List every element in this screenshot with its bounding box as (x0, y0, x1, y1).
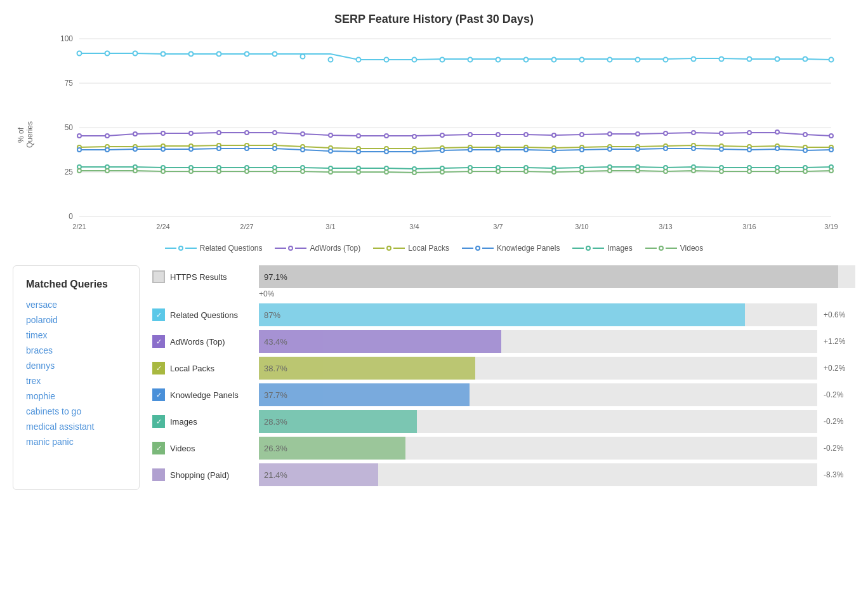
feature-row-related-questions: ✓Related Questions87%+0.6% (152, 303, 855, 326)
change-label-knowledge-panels: -0.2% (824, 390, 855, 399)
svg-point-185 (775, 169, 779, 173)
feature-name-local-packs: Local Packs (170, 364, 259, 373)
legend-label-videos: Videos (680, 244, 703, 253)
https-change: +0% (259, 289, 855, 298)
svg-point-47 (829, 58, 834, 62)
change-label-local-packs: +0.2% (824, 364, 855, 373)
svg-point-187 (829, 169, 833, 173)
bar-fill-adwords-top: 43.4% (259, 330, 501, 353)
main-chart-svg: 100 75 50 25 0 2/21 2/24 2/27 3/1 3/4 3/… (44, 32, 838, 235)
query-link-9[interactable]: manic panic (26, 437, 126, 447)
query-link-3[interactable]: braces (26, 345, 126, 355)
svg-text:3/13: 3/13 (659, 223, 672, 230)
svg-point-63 (496, 133, 500, 136)
query-link-2[interactable]: timex (26, 330, 126, 340)
svg-point-66 (580, 133, 584, 136)
svg-point-126 (692, 147, 695, 150)
svg-point-119 (496, 148, 500, 152)
svg-point-179 (608, 169, 612, 173)
svg-point-51 (161, 131, 165, 135)
svg-point-57 (329, 133, 332, 137)
svg-point-186 (803, 169, 807, 173)
svg-point-22 (133, 51, 138, 56)
query-link-6[interactable]: mophie (26, 391, 126, 401)
feature-name-videos: Videos (170, 444, 259, 453)
svg-point-184 (747, 169, 751, 173)
svg-point-183 (720, 169, 723, 173)
svg-point-20 (77, 51, 82, 56)
svg-point-48 (77, 134, 81, 138)
checkbox-local-packs[interactable]: ✓ (152, 362, 165, 374)
bar-container-related-questions: 87% (259, 303, 817, 326)
svg-point-165 (217, 169, 221, 173)
legend-label-related-questions: Related Questions (200, 244, 263, 253)
svg-point-131 (829, 148, 833, 152)
svg-point-39 (608, 58, 612, 62)
svg-point-60 (412, 135, 416, 138)
svg-point-24 (189, 52, 194, 56)
svg-point-38 (580, 58, 584, 62)
bar-percent-knowledge-panels: 37.7% (264, 390, 287, 400)
feature-row-https: HTTPS Results 97.1% (152, 265, 855, 288)
svg-point-52 (189, 131, 193, 135)
bottom-section: Matched Queries versacepolaroidtimexbrac… (13, 265, 855, 490)
change-label-related-questions: +0.6% (824, 310, 855, 319)
feature-row-knowledge-panels: ✓Knowledge Panels37.7%-0.2% (152, 383, 855, 406)
svg-point-162 (133, 169, 137, 173)
svg-text:3/4: 3/4 (409, 223, 419, 230)
bar-fill-local-packs: 38.7% (259, 357, 475, 380)
feature-name-shopping-paid: Shopping (Paid) (170, 470, 259, 480)
bar-fill-images: 28.3% (259, 410, 417, 433)
feature-row-adwords-top: ✓AdWords (Top)43.4%+1.2% (152, 330, 855, 353)
svg-point-124 (636, 147, 640, 151)
svg-point-181 (664, 169, 667, 173)
query-link-0[interactable]: versace (26, 300, 126, 310)
https-bar-container: 97.1% (259, 265, 855, 288)
bar-container-knowledge-panels: 37.7% (259, 383, 817, 406)
query-link-7[interactable]: cabinets to go (26, 406, 126, 416)
change-label-shopping-paid: -8.3% (824, 470, 855, 479)
checkbox-adwords-top[interactable]: ✓ (152, 335, 165, 348)
svg-point-112 (301, 148, 305, 152)
checkbox-related-questions[interactable]: ✓ (152, 308, 165, 321)
svg-point-67 (608, 132, 612, 136)
checkbox-images[interactable]: ✓ (152, 415, 165, 428)
svg-point-49 (105, 134, 109, 138)
svg-point-28 (301, 55, 305, 59)
svg-point-53 (217, 131, 221, 135)
bar-container-images: 28.3% (259, 410, 817, 433)
svg-point-23 (161, 52, 166, 56)
svg-text:3/10: 3/10 (575, 223, 588, 230)
svg-point-42 (692, 57, 696, 62)
svg-point-116 (412, 150, 416, 154)
bar-percent-shopping-paid: 21.4% (264, 470, 287, 480)
feature-row-shopping-paid: Shopping (Paid)21.4%-8.3% (152, 463, 855, 486)
svg-point-40 (636, 58, 640, 62)
legend-related-questions: Related Questions (165, 244, 263, 253)
bar-percent-related-questions: 87% (264, 310, 280, 320)
svg-point-120 (524, 148, 528, 152)
query-link-8[interactable]: medical assistant (26, 421, 126, 432)
svg-point-43 (720, 57, 724, 62)
checkbox-knowledge-panels[interactable]: ✓ (152, 388, 165, 401)
bar-percent-videos: 26.3% (264, 444, 287, 453)
legend-knowledge-panels: Knowledge Panels (462, 244, 560, 253)
query-link-1[interactable]: polaroid (26, 315, 126, 325)
svg-point-108 (189, 147, 193, 151)
svg-text:2/24: 2/24 (156, 223, 169, 230)
https-checkbox[interactable] (152, 270, 165, 283)
checkbox-shopping-paid[interactable] (152, 468, 165, 481)
svg-point-54 (245, 131, 249, 135)
legend-videos: Videos (645, 244, 703, 253)
svg-point-73 (775, 130, 779, 134)
svg-text:3/16: 3/16 (742, 223, 756, 230)
svg-point-46 (803, 57, 808, 62)
legend-label-adwords: AdWords (Top) (310, 244, 360, 253)
query-link-5[interactable]: trex (26, 376, 126, 386)
svg-point-182 (692, 169, 695, 173)
legend-images: Images (572, 244, 632, 253)
svg-point-170 (357, 170, 360, 174)
matched-queries-panel: Matched Queries versacepolaroidtimexbrac… (13, 265, 140, 490)
checkbox-videos[interactable]: ✓ (152, 442, 165, 454)
query-link-4[interactable]: dennys (26, 361, 126, 371)
